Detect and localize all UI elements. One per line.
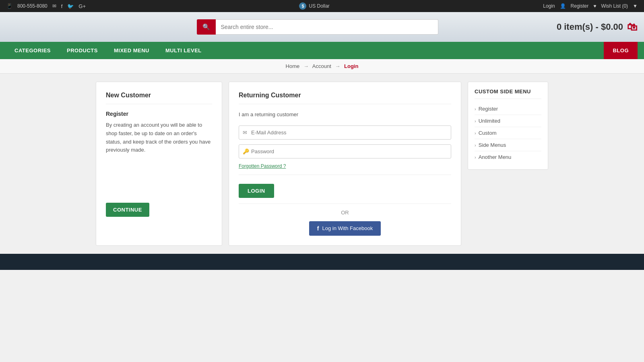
facebook-login-button[interactable]: f Log in With Facebook [309, 221, 381, 236]
nav-bar: CATEGORIES PRODUCTS MIXED MENU MULTI LEV… [0, 42, 644, 59]
email-form-group: ✉ [239, 125, 451, 140]
header: 🔍 0 item(s) - $0.00 🛍 [0, 12, 644, 42]
side-menu-item-register[interactable]: › Register [475, 103, 541, 115]
login-divider [239, 175, 451, 181]
search-button[interactable]: 🔍 [197, 19, 216, 35]
returning-customer-subtitle: I am a returning customer [239, 111, 451, 119]
search-input[interactable] [216, 19, 438, 35]
breadcrumb-arrow-1: → [303, 63, 309, 69]
chevron-custom-icon: › [475, 131, 476, 136]
facebook-icon: f [317, 225, 319, 232]
currency-label: US Dollar [309, 3, 329, 9]
login-link[interactable]: Login [543, 3, 555, 9]
password-input-wrap: 🔑 [239, 144, 451, 158]
password-field-icon: 🔑 [243, 148, 249, 154]
login-button[interactable]: LOGIN [239, 184, 274, 198]
top-bar: 📱 800-555-8080 ✉ f 🐦 G+ $ US Dollar Logi… [0, 0, 644, 12]
new-customer-panel: New Customer Register By creating an acc… [96, 82, 222, 246]
email-icon: ✉ [52, 3, 56, 9]
nav-blog[interactable]: BLOG [604, 42, 638, 59]
breadcrumb-arrow-2: → [335, 63, 340, 69]
phone-number: 800-555-8080 [17, 3, 47, 9]
twitter-social-icon[interactable]: 🐦 [67, 3, 74, 9]
side-menu-item-another-menu[interactable]: › Another Menu [475, 151, 541, 163]
register-icon: 👤 [560, 3, 566, 9]
facebook-login-label: Log in With Facebook [322, 225, 373, 231]
wishlist-link[interactable]: Wish List (0) [601, 3, 628, 9]
side-menu-register-label: Register [479, 106, 498, 112]
side-menu-item-custom[interactable]: › Custom [475, 127, 541, 139]
side-menu-another-menu-label: Another Menu [479, 154, 512, 160]
side-menu-item-unlimited[interactable]: › Unlimited [475, 115, 541, 127]
top-bar-center: $ US Dollar [299, 2, 329, 10]
email-input[interactable] [239, 125, 451, 140]
password-input[interactable] [239, 144, 451, 158]
cart-area[interactable]: 0 item(s) - $0.00 🛍 [557, 21, 638, 33]
cart-icon: 🛍 [627, 21, 638, 33]
password-form-group: 🔑 [239, 144, 451, 158]
search-area: 🔍 [197, 19, 438, 35]
breadcrumb: Home → Account → Login [0, 59, 644, 74]
returning-customer-panel: Returning Customer I am a returning cust… [229, 82, 461, 246]
side-menu-title: CUSTOM SIDE MENU [475, 88, 541, 99]
breadcrumb-current: Login [344, 63, 358, 69]
top-bar-left: 📱 800-555-8080 ✉ f 🐦 G+ [6, 3, 86, 9]
heart-icon: ♥ [593, 3, 596, 9]
chevron-another-menu-icon: › [475, 155, 476, 160]
googleplus-social-icon[interactable]: G+ [78, 3, 86, 9]
phone-icon: 📱 [6, 3, 12, 9]
forgotten-password-link[interactable]: Forgotten Password ? [239, 163, 451, 169]
side-menu: CUSTOM SIDE MENU › Register › Unlimited … [468, 82, 548, 246]
side-menu-unlimited-label: Unlimited [479, 118, 500, 124]
currency-badge: $ [299, 2, 306, 10]
chevron-side-menus-icon: › [475, 143, 476, 148]
breadcrumb-home[interactable]: Home [286, 63, 300, 69]
new-customer-title: New Customer [106, 92, 212, 104]
chevron-unlimited-icon: › [475, 119, 476, 123]
cart-label: 0 item(s) - $0.00 [557, 22, 623, 32]
breadcrumb-account[interactable]: Account [312, 63, 331, 69]
side-menu-custom-label: Custom [479, 130, 497, 136]
side-menu-panel: CUSTOM SIDE MENU › Register › Unlimited … [468, 82, 548, 170]
continue-button[interactable]: CONTINUE [106, 203, 149, 217]
chevron-register-icon: › [475, 107, 476, 111]
email-field-icon: ✉ [243, 130, 247, 136]
dropdown-arrow[interactable]: ▼ [633, 3, 638, 9]
returning-customer-title: Returning Customer [239, 92, 451, 104]
new-customer-subtitle: Register [106, 111, 212, 117]
email-input-wrap: ✉ [239, 125, 451, 140]
register-link[interactable]: Register [571, 3, 589, 9]
nav-mixed-menu[interactable]: MIXED MENU [106, 42, 157, 59]
or-divider: OR [239, 204, 451, 216]
top-bar-right: Login 👤 Register ♥ Wish List (0) ▼ [543, 3, 638, 9]
facebook-social-icon[interactable]: f [61, 3, 63, 9]
nav-categories[interactable]: CATEGORIES [6, 42, 59, 59]
side-menu-side-menus-label: Side Menus [479, 142, 506, 148]
footer [0, 254, 644, 270]
nav-multi-level[interactable]: MULTI LEVEL [157, 42, 210, 59]
side-menu-item-side-menus[interactable]: › Side Menus [475, 139, 541, 151]
nav-products[interactable]: PRODUCTS [59, 42, 106, 59]
new-customer-description: By creating an account you will be able … [106, 121, 212, 154]
main-content: New Customer Register By creating an acc… [93, 82, 551, 246]
